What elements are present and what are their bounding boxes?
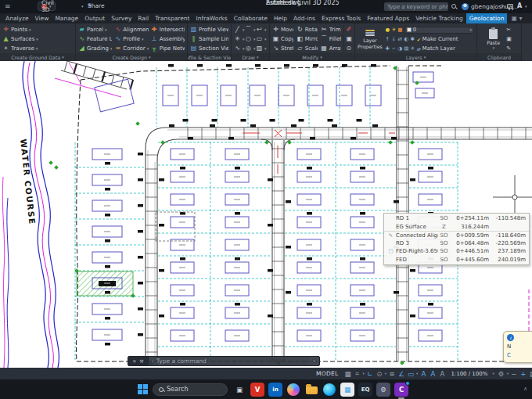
layer-properties-button[interactable]: Layer Properties <box>358 25 383 53</box>
tab-transparent[interactable]: Transparent <box>152 13 192 23</box>
status-toggle-icon[interactable]: ▤ <box>528 370 532 378</box>
ribbon-item-profile-view[interactable]: ▥Profile View▾ <box>190 26 228 34</box>
layer-tool-icon[interactable]: ● <box>385 27 390 33</box>
tooltip-row[interactable]: FEDSO0+445.60m240.019m <box>384 256 529 264</box>
ribbon-item-feature-line[interactable]: ∿Feature Line▾ <box>78 35 112 44</box>
modify-extra-icon[interactable]: ✐ <box>346 27 352 33</box>
tab-help[interactable]: Help <box>271 13 290 23</box>
share-button[interactable]: ➤ Share <box>88 2 92 9</box>
search-icon[interactable] <box>451 4 456 9</box>
layer-tool-icon[interactable]: ▤ <box>404 45 409 52</box>
taskbar-app-settings[interactable]: ⚙ <box>376 383 390 397</box>
apps-chevron-icon[interactable]: ▾ <box>525 5 527 9</box>
taskbar-app-copilot[interactable] <box>286 383 300 397</box>
panel-title-create-design[interactable]: Create Design ▾ <box>76 53 187 61</box>
layer-tool-icon[interactable]: ◑ <box>397 45 403 52</box>
status-toggle-icon[interactable]: ≡ <box>387 370 397 378</box>
status-toggle-icon[interactable]: − <box>509 370 519 378</box>
ribbon-item-stretch[interactable]: ↘Stretch <box>272 45 293 53</box>
status-toggle-icon[interactable]: A <box>437 370 447 378</box>
ribbon-item-points[interactable]: ✛Points▾ <box>2 26 73 34</box>
tab-output[interactable]: Output <box>81 13 108 23</box>
chevron-down-icon[interactable]: ▾ <box>385 372 386 376</box>
ribbon-item-grading[interactable]: ◢Grading▾ <box>78 45 112 53</box>
panel-title-draw[interactable]: Draw ▾ <box>232 53 269 61</box>
tab-express-tools[interactable]: Express Tools <box>318 13 364 23</box>
tooltip-row[interactable]: EG SurfaceZ316.244m <box>384 223 529 232</box>
taskbar-app-app-eq[interactable]: EQ <box>358 383 372 397</box>
make-current-button[interactable]: ✔ Make Current <box>417 36 458 42</box>
status-toggle-icon[interactable]: ▦ <box>343 370 353 378</box>
status-toggle-icon[interactable]: A <box>419 370 428 378</box>
clipboard-tool-icon[interactable]: ✂ <box>506 27 512 33</box>
balloon-link[interactable]: C <box>507 351 532 360</box>
draw-tool-icon[interactable]: ○▾ <box>245 35 256 43</box>
tab-geolocation[interactable]: Geolocation <box>466 13 508 23</box>
match-layer-button[interactable]: ⇄ Match Layer <box>417 45 455 52</box>
command-line[interactable]: ✕ ⚒ › Type a command ▾ <box>128 356 320 366</box>
ribbon-item-assembly[interactable]: ⊥Assembly▾ <box>151 35 185 44</box>
taskbar-app-app-grid[interactable]: ▦ <box>340 383 354 397</box>
cart-icon[interactable] <box>507 4 513 9</box>
layer-tool-icon[interactable]: ↑ <box>385 36 390 42</box>
taskbar-search-input[interactable]: Search <box>153 383 228 396</box>
taskbar-app-linkedin[interactable]: in <box>268 383 282 397</box>
status-toggle-icon[interactable]: A <box>428 370 437 378</box>
autodesk-apps-icon[interactable]: A <box>517 2 522 9</box>
ribbon-item-move[interactable]: ✛Move <box>272 26 293 34</box>
tab-infraworks[interactable]: InfraWorks <box>193 13 231 23</box>
draw-tool-icon[interactable]: ▨▾ <box>256 45 267 52</box>
tab-view[interactable]: View <box>32 13 52 23</box>
status-toggle-icon[interactable]: + <box>519 370 528 378</box>
chevron-down-icon[interactable]: ▾ <box>416 372 418 376</box>
annotation-scale-value[interactable]: 1:100 / 100% <box>451 371 487 377</box>
tooltip-row[interactable]: RD 3SO0+064.48m-220.569m <box>384 239 529 248</box>
ribbon-item-rotate[interactable]: ↻Rotate <box>297 26 318 34</box>
start-button[interactable] <box>138 384 148 394</box>
panel-title-modify[interactable]: Modify ▾ <box>270 53 354 61</box>
layer-tool-icon[interactable]: ■ <box>397 27 403 33</box>
ribbon-item-surfaces[interactable]: ▲Surfaces▾ <box>2 35 73 44</box>
status-toggle-icon[interactable]: ∟ <box>365 370 375 378</box>
tab-vehicle-tracking[interactable]: Vehicle Tracking <box>412 13 466 23</box>
ribbon-item-traverse[interactable]: ⌖Traverse▾ <box>2 45 73 53</box>
layer-tool-icon[interactable]: ✱ <box>410 36 415 42</box>
notification-balloon[interactable]: i N C <box>503 331 532 363</box>
modify-extra-icon[interactable]: ▣ <box>346 36 352 42</box>
quick-access-chevron-icon[interactable]: ▾ <box>81 5 84 9</box>
layer-tool-icon[interactable]: ✚ <box>385 45 390 52</box>
layer-tool-icon[interactable]: ◐ <box>404 36 409 42</box>
ribbon-item-intersections[interactable]: ✚Intersections▾ <box>151 26 185 34</box>
ribbon-item-scale[interactable]: ▱Scale <box>297 45 318 53</box>
tab-survey[interactable]: Survey <box>108 13 135 23</box>
tab-rail[interactable]: Rail <box>135 13 152 23</box>
modify-extra-icon[interactable]: ⊙ <box>346 45 352 52</box>
layer-tool-icon[interactable]: ⇄ <box>397 36 403 42</box>
tab-collaborate[interactable]: Collaborate <box>231 13 271 23</box>
ribbon-item-corridor[interactable]: ≡Corridor▾ <box>114 45 148 53</box>
ribbon-item-mirror[interactable]: ◧Mirror <box>297 35 318 44</box>
tab-manage[interactable]: Manage <box>52 13 81 23</box>
draw-tool-icon[interactable]: ✳▾ <box>234 35 245 43</box>
ribbon-item-alignment[interactable]: ∿Alignment▾ <box>114 26 148 34</box>
status-toggle-icon[interactable]: ∠ <box>397 370 406 378</box>
panel-title-layers[interactable]: Layers ▾ <box>355 53 476 61</box>
app-menu-icon[interactable]: ≡ <box>5 2 11 10</box>
draw-tool-icon[interactable]: ⌒▾ <box>245 26 256 34</box>
tooltip-row[interactable]: RD 1SO0+254.11m-110.548m <box>384 214 529 223</box>
tab-add-ins[interactable]: Add-ins <box>290 13 318 23</box>
status-toggle-icon[interactable]: ⚙ <box>497 370 506 378</box>
tooltip-row[interactable]: ✎Connected Alignmen...SO0+009.59m-118.64… <box>384 231 529 239</box>
ribbon-item-section-views[interactable]: ▤Section Views▾ <box>190 45 228 53</box>
ribbon-item-profile[interactable]: ∿Profile▾ <box>114 35 148 44</box>
model-space-button[interactable]: MODEL <box>313 370 342 377</box>
draw-tool-icon[interactable]: ╱▾ <box>234 26 245 34</box>
draw-tool-icon[interactable]: ∿▾ <box>234 45 245 52</box>
tooltip-row[interactable]: ▢FED-Right-3.650 (2)SO0+446.51m237.189m <box>384 247 529 256</box>
taskbar-app-civil3d[interactable]: C <box>394 383 408 397</box>
ribbon-item-sample-lines[interactable]: ∥Sample Lines <box>190 35 228 44</box>
layer-tool-icon[interactable]: − <box>391 45 397 52</box>
layer-select[interactable]: 0 ▾ <box>404 27 474 34</box>
chevron-down-icon[interactable]: ▾ <box>507 372 509 376</box>
panel-title-create-ground-data[interactable]: Create Ground Data ▾ <box>0 53 75 61</box>
